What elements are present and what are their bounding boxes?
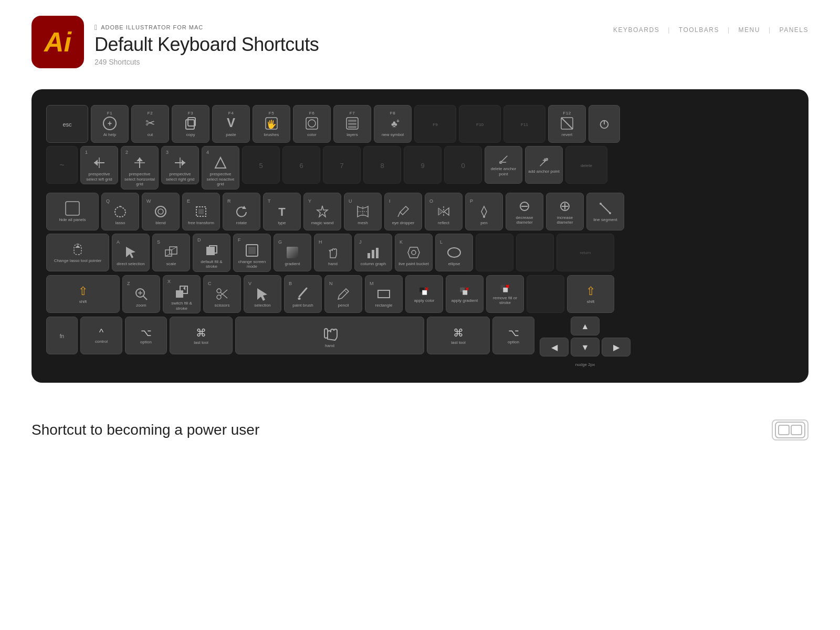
key-l[interactable]: L ellipse xyxy=(435,234,473,271)
key-9[interactable]: 9 xyxy=(404,146,442,184)
key-1[interactable]: 1 prespective select left grid xyxy=(80,146,118,184)
key-fn[interactable]: fn xyxy=(46,317,78,354)
key-period[interactable]: apply gradient xyxy=(446,275,484,313)
key-quote[interactable] xyxy=(516,234,554,271)
key-c[interactable]: C scissors xyxy=(203,275,241,313)
key-a[interactable]: A direct selection xyxy=(112,234,150,271)
key-shift-right[interactable]: ⇧ shift xyxy=(567,275,614,313)
key-5[interactable]: 5 xyxy=(242,146,280,184)
header-title-area:  ADOBE ILLUSTRATOR FOR MAC Default Keyb… xyxy=(94,18,319,66)
key-x[interactable]: X switch fill & stroke xyxy=(163,275,201,313)
svg-point-75 xyxy=(412,250,416,255)
key-minus[interactable]: delete anchor point xyxy=(485,146,522,184)
nav-panels[interactable]: PANELS xyxy=(780,26,808,34)
nav-toolbars[interactable]: TOOLBARS xyxy=(679,26,719,34)
key-backslash[interactable]: line segment xyxy=(586,193,624,230)
key-f1[interactable]: F1 + Ai help xyxy=(91,105,129,143)
key-option-right[interactable]: ⌥ option xyxy=(492,317,534,354)
revert-icon xyxy=(559,116,575,131)
period-label: apply gradient xyxy=(452,298,478,303)
key-arrow-up[interactable]: ▲ xyxy=(571,317,600,335)
nav-menu[interactable]: MENU xyxy=(739,26,760,34)
key-8[interactable]: 8 xyxy=(363,146,401,184)
keyp-letter: P xyxy=(470,198,474,204)
key-delete[interactable]: delete xyxy=(565,146,607,184)
key-arrow-right[interactable]: ▶ xyxy=(602,338,631,356)
key-u[interactable]: U mesh xyxy=(344,193,382,230)
key-o[interactable]: O reflect xyxy=(425,193,463,230)
persp-left-icon xyxy=(91,155,107,171)
arrow-cluster: ▲ ◀ ▼ ▶ nudge 2px xyxy=(540,317,631,368)
key-k[interactable]: K live paint bucket xyxy=(395,234,433,271)
key-tab[interactable]: hide all panels xyxy=(46,193,99,230)
keyi-letter: I xyxy=(389,198,391,204)
key-tilde[interactable]: ~ xyxy=(46,146,78,184)
key5-label: 5 xyxy=(259,162,262,170)
key-cmd-left[interactable]: ⌘ last tool xyxy=(170,317,233,354)
key-m[interactable]: M rectangle xyxy=(365,275,403,313)
key-i[interactable]: I eye dropper xyxy=(384,193,422,230)
key-esc[interactable]: esc xyxy=(46,105,88,143)
key-z[interactable]: Z zoom xyxy=(122,275,160,313)
key-s[interactable]: S scale xyxy=(152,234,190,271)
key-6[interactable]: 6 xyxy=(282,146,320,184)
nudge-label: nudge 2px xyxy=(575,362,595,367)
key-f11[interactable]: F11 xyxy=(503,105,545,143)
key-v[interactable]: V selection xyxy=(244,275,281,313)
key-g[interactable]: G gradient xyxy=(274,234,311,271)
key-w[interactable]: W blend xyxy=(142,193,180,230)
key-return[interactable]: return xyxy=(556,234,614,271)
keya-letter: A xyxy=(117,239,120,245)
key-f[interactable]: F change screen mode xyxy=(233,234,271,272)
key-space[interactable]: hand xyxy=(235,317,424,354)
key-bracketl[interactable]: decrease diameter xyxy=(506,193,543,230)
key-e[interactable]: E free transform xyxy=(182,193,220,230)
key-t[interactable]: T T type xyxy=(263,193,301,230)
key-f9[interactable]: F9 xyxy=(414,105,456,143)
key-option-left[interactable]: ⌥ option xyxy=(125,317,167,354)
key-7[interactable]: 7 xyxy=(323,146,361,184)
key-comma[interactable]: apply color xyxy=(405,275,443,313)
key-f12[interactable]: F12 revert xyxy=(548,105,586,143)
key-f6[interactable]: F6 color xyxy=(293,105,331,143)
key-n[interactable]: N pencil xyxy=(324,275,362,313)
nav-keyboards[interactable]: KEYBOARDS xyxy=(613,26,659,34)
key-f5[interactable]: F5 🖐 brushes xyxy=(253,105,290,143)
function-key-row: esc F1 + Ai help F2 ✂ cut F3 copy F xyxy=(46,105,794,143)
key-3[interactable]: 3 prespective select right grid xyxy=(161,146,199,184)
key7-label: 7 xyxy=(340,162,343,170)
key-capslock[interactable]: Change lasso tool pointer xyxy=(46,234,109,271)
key-semi[interactable] xyxy=(476,234,513,271)
key-0[interactable]: 0 xyxy=(444,146,482,184)
key-b[interactable]: B paint brush xyxy=(284,275,322,313)
key-f3[interactable]: F3 copy xyxy=(172,105,209,143)
mesh-icon xyxy=(355,204,371,219)
key-h[interactable]: H hand xyxy=(314,234,352,271)
key-slash[interactable]: remove fill or stroke xyxy=(486,275,524,313)
key-y[interactable]: Y magic wand xyxy=(303,193,341,230)
key-power[interactable] xyxy=(589,105,620,143)
key-j[interactable]: J column graph xyxy=(354,234,392,271)
key-f10[interactable]: F10 xyxy=(459,105,501,143)
key-shift-left[interactable]: ⇧ shift xyxy=(46,275,120,313)
app-icon-text: Ai xyxy=(44,26,71,58)
key-cmd-right[interactable]: ⌘ last tool xyxy=(427,317,490,354)
key-arrow-left[interactable]: ◀ xyxy=(540,338,569,356)
key-bracketr[interactable]: increase diameter xyxy=(546,193,584,230)
key-equals[interactable]: add anchor point xyxy=(525,146,563,184)
key-q[interactable]: Q lasso xyxy=(101,193,139,230)
key-f2[interactable]: F2 ✂ cut xyxy=(131,105,169,143)
key-control[interactable]: ^ control xyxy=(80,317,122,354)
key-d[interactable]: D default fill & stroke xyxy=(193,234,230,272)
key-4[interactable]: 4 prespective select noactive grid xyxy=(202,146,239,190)
key-r[interactable]: R rotate xyxy=(223,193,260,230)
lasso-icon xyxy=(112,204,128,219)
key-arrow-down[interactable]: ▼ xyxy=(571,338,600,356)
keyd-label: default fill & stroke xyxy=(195,259,228,269)
key-2[interactable]: 2 prespective select horizontal grid xyxy=(121,146,159,190)
key-p[interactable]: P pen xyxy=(465,193,503,230)
app-meta:  ADOBE ILLUSTRATOR FOR MAC xyxy=(94,23,319,32)
key-f4[interactable]: F4 V paste xyxy=(212,105,250,143)
key-f8[interactable]: F8 ♣+ new symbol xyxy=(374,105,412,143)
key-f7[interactable]: F7 layers xyxy=(333,105,371,143)
